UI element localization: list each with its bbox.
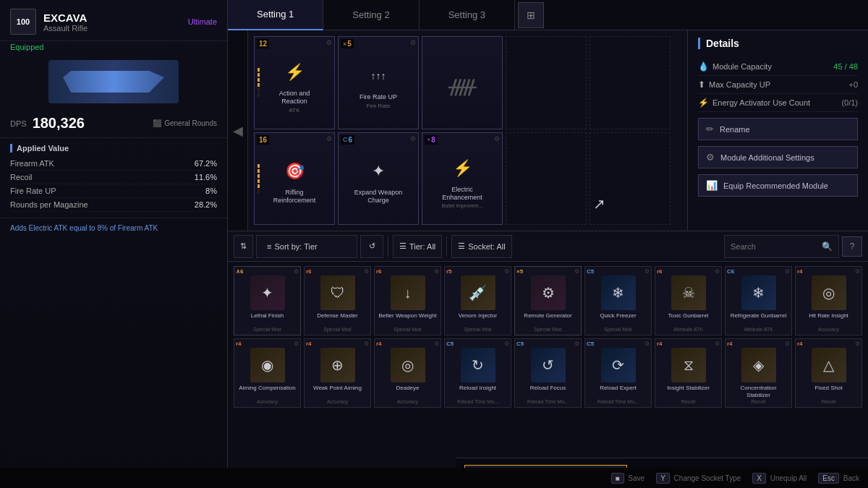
- module-capacity-value: 45 / 48: [833, 62, 858, 71]
- stat-row: Recoil 11.6%: [10, 171, 217, 184]
- mod-badge: r4: [236, 341, 242, 347]
- mod-icon: ↓: [391, 275, 425, 310]
- module-additional-settings-button[interactable]: ⚙ Module Additional Settings: [698, 146, 858, 168]
- refresh-icon: ↺: [369, 241, 375, 251]
- weapon-image-area: [0, 54, 227, 112]
- mod-icon: ❄: [741, 275, 776, 310]
- slot-name-6: RiflingReinforcement: [271, 187, 319, 206]
- mod-badge: r4: [797, 341, 803, 347]
- mod-gear-icon: ⚙: [785, 268, 790, 275]
- module-slot-8[interactable]: ×8 ⚙ ⚡ ElectricEnhancement Bullet Improv…: [422, 132, 503, 226]
- mod-card-venom-injector[interactable]: r5 ⚙ 💉 Venom Injector Special Mod: [444, 266, 511, 335]
- mod-card-toxic-gunbarrel[interactable]: r6 ⚙ ☠ Toxic Gunbarrel Attribute ATK: [655, 266, 722, 335]
- mod-card-defense-master[interactable]: r6 ⚙ 🛡 Defense Master Special Mod: [304, 266, 371, 335]
- mod-type: Reload Time Mo...: [527, 399, 569, 404]
- module-slot-4[interactable]: [506, 36, 587, 129]
- filter-separator: [388, 236, 388, 257]
- mod-icon: 💉: [461, 275, 495, 310]
- mod-gear-icon: ⚙: [574, 341, 579, 347]
- filter-row: ⇅ ≡ Sort by: Tier ↺ ☰ Tier: All ☰ Socket…: [228, 231, 868, 262]
- module-slot-6[interactable]: 16 ⚙ 🎯 RiflingReinforcement: [254, 132, 335, 226]
- slot-row-1: 12 ⚙ ⚡ Action andReaction ATK ×5 ⚙: [254, 36, 681, 129]
- slot-name-7: Expand WeaponCharge: [352, 187, 405, 206]
- module-slot-5[interactable]: [590, 36, 671, 129]
- equipped-badge: Equipped: [0, 41, 227, 54]
- mod-card-refrigerate-gunbarrel[interactable]: C6 ⚙ ❄ Refrigerate Gunbarrel Attribute A…: [725, 266, 792, 335]
- mod-card-reload-expert[interactable]: C5 ⚙ ⟳ Reload Expert Reload Time Mo...: [584, 338, 652, 408]
- mod-name: Hit Rate Insight: [809, 312, 848, 327]
- tab-grid-button[interactable]: ⊞: [518, 2, 544, 28]
- slot-badge-7: C6: [341, 135, 354, 145]
- module-grid: ∧6 ⚙ ✦ Lethal Finish Special Mod r6 ⚙ 🛡 …: [234, 266, 862, 408]
- rename-button[interactable]: ✏ Rename: [698, 118, 858, 140]
- mod-icon: ❄: [601, 275, 636, 310]
- module-slot-9[interactable]: [506, 132, 587, 226]
- capacity-icon: 💧: [698, 61, 709, 72]
- mod-gear-icon: ⚙: [364, 341, 369, 347]
- slot-name-2: Fire Rate UP: [357, 92, 400, 103]
- mod-card-hit-rate-insight[interactable]: r4 ⚙ ◎ Hit Rate Insight Accuracy: [795, 266, 862, 335]
- mod-gear-icon: ⚙: [504, 341, 509, 347]
- module-slot-7[interactable]: C6 ⚙ ✦ Expand WeaponCharge: [338, 132, 419, 226]
- mod-card-reload-focus[interactable]: C5 ⚙ ↺ Reload Focus Reload Time Mo...: [514, 338, 582, 408]
- back-control: Esc Back: [818, 474, 859, 482]
- mod-type: Accuracy: [397, 399, 418, 404]
- mod-card-remote-generator[interactable]: ×5 ⚙ ⚙ Remote Generator Special Mod: [514, 266, 582, 335]
- mod-name: Reload Expert: [600, 385, 637, 399]
- mod-card-deadeye[interactable]: r4 ⚙ ◎ Deadeye Accuracy: [374, 338, 441, 408]
- module-slot-3[interactable]: ᚏ: [422, 36, 503, 129]
- slot-badge-2: ×5: [341, 39, 354, 48]
- sort-order-button[interactable]: ⇅: [234, 235, 253, 258]
- dps-label: DPS: [10, 119, 27, 128]
- slot-cat-2: Fire Rate: [367, 103, 391, 109]
- mod-icon: ◎: [391, 348, 425, 382]
- mod-badge: r4: [657, 341, 663, 347]
- tier-filter-button[interactable]: ☰ Tier: All: [393, 235, 442, 258]
- search-input[interactable]: [731, 242, 817, 251]
- mod-card-lethal-finish[interactable]: ∧6 ⚙ ✦ Lethal Finish Special Mod: [234, 266, 301, 335]
- tab-setting1[interactable]: Setting 1: [228, 0, 323, 30]
- max-capacity-icon: ⬆: [698, 80, 705, 90]
- arrow-left[interactable]: ◀: [228, 30, 248, 231]
- applied-value-title: Applied Value: [10, 144, 217, 153]
- module-slot-10[interactable]: [590, 132, 671, 226]
- mod-icon: ◉: [250, 348, 285, 382]
- mod-name: Concentration Stabilizer: [728, 385, 788, 399]
- tab-setting3[interactable]: Setting 3: [420, 0, 515, 30]
- mod-gear-icon: ⚙: [434, 268, 439, 275]
- equip-recommended-button[interactable]: 📊 Equip Recommended Module: [698, 174, 858, 197]
- mod-card-better-weapon-weight[interactable]: r6 ⚙ ↓ Better Weapon Weight Special Mod: [374, 266, 441, 335]
- mod-type: Recoil: [681, 399, 695, 404]
- mod-badge: C5: [587, 268, 594, 275]
- mod-name: Defense Master: [317, 312, 357, 327]
- module-slot-1[interactable]: 12 ⚙ ⚡ Action andReaction ATK: [254, 36, 335, 129]
- filter-separator-2: [446, 236, 447, 257]
- mod-card-insight-stabilizer[interactable]: r4 ⚙ ⧖ Insight Stabilizer Recoil: [655, 338, 722, 408]
- slot-badge-8: ×8: [425, 135, 438, 145]
- mod-card-fixed-shot[interactable]: r4 ⚙ △ Fixed Shot Recoil: [795, 338, 862, 408]
- sort-by-button[interactable]: ≡ Sort by: Tier: [256, 235, 357, 258]
- socket-filter-button[interactable]: ☰ Socket: All: [451, 235, 511, 258]
- refresh-button[interactable]: ↺: [360, 235, 383, 258]
- mod-badge: r6: [657, 268, 663, 275]
- mod-card-reload-insight[interactable]: C5 ⚙ ↻ Reload Insight Reload Time Mo...: [444, 338, 511, 408]
- tab-setting2[interactable]: Setting 2: [323, 0, 419, 30]
- module-slot-2[interactable]: ×5 ⚙ ↑↑↑ Fire Rate UP Fire Rate: [338, 36, 419, 129]
- search-box[interactable]: 🔍: [724, 235, 839, 258]
- weapon-name: EXCAVA: [43, 12, 88, 24]
- mod-type: Accuracy: [257, 399, 278, 404]
- slot-icon-8: ⚡: [446, 153, 478, 184]
- mod-card-aiming-compensation[interactable]: r4 ⚙ ◉ Aiming Compensation Accuracy: [234, 338, 301, 408]
- unequip-all-control: X Unequip All: [752, 474, 807, 482]
- mod-icon: △: [812, 348, 846, 382]
- gear-icon-6: ⚙: [326, 135, 332, 142]
- slot-name-8: ElectricEnhancement: [439, 184, 485, 203]
- mod-type: Recoil: [822, 399, 835, 404]
- mod-card-quick-freezer[interactable]: C5 ⚙ ❄ Quick Freezer Special Mod: [584, 266, 652, 335]
- mod-card-weak-point-aiming[interactable]: r4 ⚙ ⊕ Weak Point Aiming Accuracy: [304, 338, 371, 408]
- slot-icon-7: ✦: [362, 155, 394, 187]
- mod-card-concentration-stabilizer[interactable]: r4 ⚙ ◈ Concentration Stabilizer Recoil: [725, 338, 792, 408]
- help-button[interactable]: ?: [842, 236, 862, 257]
- mod-name: Lethal Finish: [251, 312, 284, 327]
- equip-icon: 📊: [706, 180, 718, 191]
